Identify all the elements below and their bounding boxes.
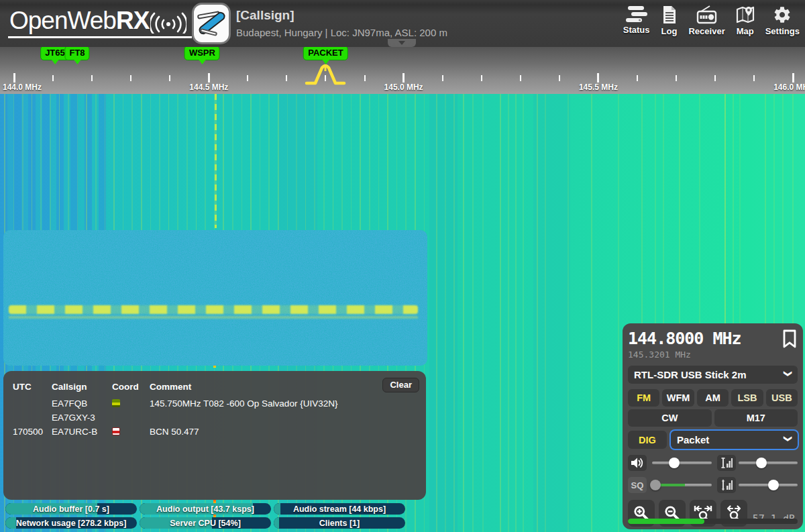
band-bookmark-ft8[interactable]: FT8: [64, 47, 89, 60]
waterfall-min-slider[interactable]: [739, 455, 798, 471]
waterfall-line: [472, 94, 474, 532]
scale-tick: [91, 75, 93, 81]
waterfall-max-slider[interactable]: [739, 477, 798, 493]
scale-tick: [637, 75, 638, 81]
volume-slider[interactable]: [652, 455, 712, 471]
scale-label: 145.5 MHz: [579, 83, 618, 92]
status-bar-label: Clients [1]: [274, 517, 405, 529]
receiver-panel: 144.8000 MHz 145.3201 MHz RTL-SDR USB St…: [623, 323, 803, 529]
tuned-passband-indicator[interactable]: [304, 63, 347, 86]
clear-messages-button[interactable]: Clear: [382, 378, 419, 392]
logo-text-bold: RX: [116, 7, 149, 35]
map-pin-icon: [736, 5, 755, 24]
receiver-location: Budapest, Hungary | Loc: JN97ma, ASL: 20…: [236, 27, 447, 38]
scale-tick: [559, 75, 560, 81]
profile-select[interactable]: RTL-SDR USB Stick 2m: [628, 366, 798, 384]
mode-button-fm[interactable]: FM: [628, 389, 659, 407]
status-bar: Network usage [278.2 kbps]: [5, 517, 137, 529]
waterfall-line: [500, 94, 501, 532]
mode-buttons-row1: FMWFMAMLSBUSB: [628, 389, 798, 407]
frequency-scale[interactable]: 144.0 MHz144.5 MHz145.0 MHz145.5 MHz146.…: [0, 47, 805, 94]
mode-buttons-row2: CWM17: [628, 409, 798, 427]
waterfall-dashed-signal: [215, 94, 217, 228]
collapse-header-button[interactable]: [388, 39, 416, 47]
message-coord: [112, 413, 148, 423]
scale-tick: [481, 75, 482, 81]
message-comment: BCN 50.477: [150, 427, 417, 437]
nav-log[interactable]: Log: [660, 5, 678, 36]
scale-tick: [714, 75, 716, 81]
scale-tick: [130, 75, 131, 81]
mode-button-am[interactable]: AM: [697, 389, 729, 407]
status-bar: Audio stream [44 kbps]: [274, 503, 405, 515]
waterfall-blue-column: [429, 94, 458, 532]
receiver-callsign: [Callsign]: [236, 8, 447, 23]
scale-tick: [208, 73, 210, 83]
scale-label: 144.5 MHz: [189, 83, 228, 92]
message-callsign[interactable]: EA7URC-B: [52, 427, 111, 437]
mode-button-cw[interactable]: CW: [628, 409, 712, 427]
nav-map[interactable]: Map: [736, 5, 755, 36]
waterfall-noise-block: [3, 230, 427, 366]
mode-button-lsb[interactable]: LSB: [731, 389, 763, 407]
status-bar-label: Server CPU [54%]: [140, 517, 271, 529]
decoded-messages-panel: Clear UTC Callsign Coord Comment EA7FQB1…: [3, 371, 426, 500]
gear-icon: [773, 5, 792, 24]
scale-tick: [792, 73, 794, 83]
messages-table: UTC Callsign Coord Comment EA7FQB145.750…: [13, 382, 417, 437]
aprs-symbol-green-icon: [112, 399, 120, 407]
band-bookmark-packet[interactable]: PACKET: [303, 47, 347, 60]
scale-tick: [364, 75, 366, 81]
column-header-utc: UTC: [13, 382, 50, 392]
waterfall-line: [463, 94, 464, 532]
dig-mode-button[interactable]: DIG: [628, 431, 667, 449]
message-utc: 170500: [13, 427, 50, 437]
message-callsign[interactable]: EA7GXY-3: [52, 413, 111, 423]
openwebrx-logo[interactable]: OpenWeb RX: [8, 7, 192, 38]
message-utc: [13, 398, 50, 409]
pocket-knife-icon: [194, 5, 229, 42]
scale-label: 145.0 MHz: [384, 83, 423, 92]
log-document-icon: [660, 5, 678, 24]
band-bookmark-wspr[interactable]: WSPR: [184, 47, 220, 60]
waterfall-line: [523, 94, 524, 532]
nav-status[interactable]: Status: [623, 5, 650, 36]
waterfall-colors-button[interactable]: [717, 455, 736, 471]
tuned-frequency-display[interactable]: 144.8000 MHz: [628, 329, 741, 348]
status-bar: Audio output [43.7 ksps]: [140, 503, 271, 515]
chevron-down-icon: [398, 41, 405, 45]
waterfall-signal-streak: [9, 305, 418, 314]
scale-tick: [520, 75, 521, 81]
center-frequency-display: 145.3201 MHz: [628, 350, 741, 360]
message-utc: [13, 413, 50, 423]
signal-meter: [628, 519, 798, 524]
nav-settings[interactable]: Settings: [765, 5, 800, 36]
bookmark-icon[interactable]: [782, 329, 798, 349]
status-bar: Audio buffer [0.7 s]: [5, 503, 137, 515]
waterfall-line: [508, 94, 509, 532]
mode-button-m17[interactable]: M17: [714, 409, 798, 427]
waterfall-auto-button[interactable]: [717, 477, 736, 493]
scale-tick: [597, 73, 599, 83]
mode-button-usb[interactable]: USB: [766, 389, 798, 407]
nav-receiver[interactable]: Receiver: [688, 5, 724, 36]
column-header-callsign: Callsign: [52, 382, 111, 392]
mute-button[interactable]: [628, 455, 647, 471]
waterfall-line: [482, 94, 484, 532]
scale-tick: [52, 75, 54, 81]
mode-button-wfm[interactable]: WFM: [662, 389, 694, 407]
top-navigation: Status Log Receiver: [623, 5, 800, 36]
message-callsign[interactable]: EA7FQB: [52, 398, 111, 409]
waterfall-colors-icon: [720, 457, 733, 469]
squelch-slider[interactable]: [652, 477, 712, 493]
waterfall-line: [515, 94, 517, 532]
message-coord: [112, 398, 148, 409]
scale-tick: [286, 75, 287, 81]
status-bar: Clients [1]: [274, 517, 405, 529]
squelch-button[interactable]: SQ: [628, 477, 647, 493]
profile-select-wrap: RTL-SDR USB Stick 2m: [628, 366, 798, 384]
digital-mode-select[interactable]: Packet: [671, 431, 798, 449]
digital-mode-select-wrap: Packet: [671, 431, 798, 449]
scale-tick: [442, 75, 443, 81]
message-coord: [112, 427, 148, 437]
